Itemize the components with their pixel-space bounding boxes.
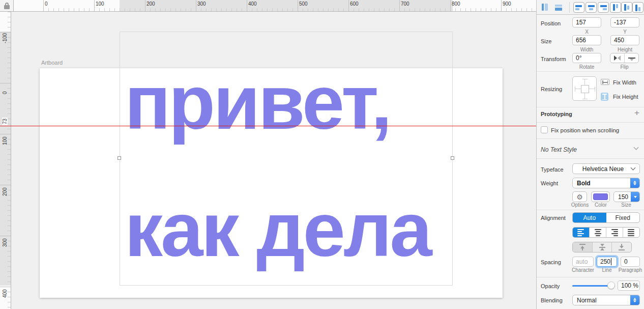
size-height-field[interactable]: 450 bbox=[610, 35, 639, 45]
spacing-label: Spacing bbox=[541, 259, 561, 265]
selection-bounding-box bbox=[120, 32, 453, 286]
fix-position-checkbox[interactable] bbox=[541, 126, 548, 133]
chevron-down-icon bbox=[631, 165, 636, 171]
size-sublabel: Size bbox=[614, 202, 638, 208]
chevron-down-icon[interactable] bbox=[634, 145, 639, 150]
resizing-pin-widget[interactable] bbox=[572, 76, 597, 101]
ruler-label: -100 bbox=[2, 33, 8, 43]
x-sublabel: X bbox=[572, 29, 601, 35]
resize-handle-left[interactable] bbox=[118, 156, 121, 160]
paragraph-spacing-field[interactable]: 0 bbox=[621, 257, 640, 267]
text-style-value[interactable]: No Text Style bbox=[541, 146, 577, 153]
blending-dropdown[interactable]: Normal bbox=[572, 295, 640, 305]
align-top-button[interactable] bbox=[610, 2, 621, 13]
align-left-button[interactable] bbox=[573, 2, 584, 13]
text-align-justify-button[interactable] bbox=[623, 228, 639, 237]
flip-vertical-button[interactable] bbox=[625, 53, 638, 63]
align-right-button[interactable] bbox=[598, 2, 609, 13]
text-options-button[interactable]: ⚙ bbox=[572, 191, 587, 202]
fix-width-icon[interactable] bbox=[601, 79, 609, 85]
lock-icon bbox=[4, 3, 10, 9]
vertical-align-top-button[interactable] bbox=[573, 242, 593, 252]
color-sublabel: Color bbox=[589, 202, 612, 208]
ruler-label: 700 bbox=[401, 1, 409, 7]
ruler-corner[interactable] bbox=[0, 0, 14, 12]
alignment-fixed-button[interactable]: Fixed bbox=[606, 213, 640, 222]
text-caret bbox=[611, 258, 611, 265]
line-spacing-field[interactable]: 250 bbox=[597, 257, 617, 267]
text-color-swatch[interactable] bbox=[591, 191, 610, 202]
alignment-label: Alignment bbox=[541, 215, 566, 221]
distribute-horizontally-icon[interactable] bbox=[542, 4, 548, 11]
opacity-value-field[interactable]: 100 % bbox=[618, 280, 640, 291]
font-size-combo[interactable]: 150 bbox=[613, 191, 640, 202]
ruler-label: 200 bbox=[2, 187, 8, 196]
flip-sublabel: Flip bbox=[610, 64, 639, 70]
distribute-vertically-icon[interactable] bbox=[555, 5, 562, 11]
typeface-dropdown[interactable]: Helvetica Neue bbox=[572, 163, 640, 174]
width-sublabel: Width bbox=[572, 47, 601, 52]
color-fill bbox=[593, 193, 608, 200]
line-sublabel: Line bbox=[597, 267, 617, 273]
ruler-label: 500 bbox=[299, 1, 308, 7]
size-width-field[interactable]: 656 bbox=[572, 35, 601, 45]
text-align-right-button[interactable] bbox=[606, 228, 623, 237]
stepper-icon bbox=[630, 178, 639, 188]
fix-width-label[interactable]: Fix Width bbox=[613, 79, 636, 86]
inspector-panel: Position 157 -137 X Y Size 656 450 Width… bbox=[536, 0, 644, 309]
rotate-field[interactable]: 0° bbox=[572, 53, 601, 63]
position-x-field[interactable]: 157 bbox=[572, 17, 601, 27]
typeface-label: Typeface bbox=[541, 166, 564, 173]
flip-control bbox=[610, 53, 639, 63]
size-label: Size bbox=[541, 38, 551, 44]
transform-label: Transform bbox=[541, 56, 566, 62]
text-align-center-button[interactable] bbox=[590, 228, 606, 237]
ruler-label: 300 bbox=[197, 1, 206, 7]
text-align-segmented bbox=[572, 227, 640, 238]
resizing-label: Resizing bbox=[541, 86, 562, 92]
prototyping-header: Prototyping bbox=[541, 111, 572, 117]
vertical-ruler[interactable]: -100 0 100 200 300 400 bbox=[0, 12, 11, 309]
character-spacing-field[interactable]: auto bbox=[572, 257, 594, 267]
artboard-label[interactable]: Artboard bbox=[41, 60, 63, 66]
ruler-label: 400 bbox=[2, 289, 8, 298]
options-sublabel: Options bbox=[568, 202, 592, 208]
ruler-ticks-vertical bbox=[0, 12, 11, 309]
ruler-label: 0 bbox=[2, 91, 8, 94]
inspector-toolbar bbox=[537, 0, 644, 15]
opacity-slider-knob[interactable] bbox=[607, 282, 615, 289]
add-prototyping-button[interactable]: + bbox=[634, 108, 639, 118]
ruler-label: 400 bbox=[248, 1, 257, 7]
character-sublabel: Character bbox=[569, 267, 597, 273]
fix-position-label[interactable]: Fix position when scrolling bbox=[551, 127, 619, 133]
rotate-sublabel: Rotate bbox=[572, 64, 601, 70]
ruler-label: 200 bbox=[147, 1, 155, 7]
vertical-align-middle-button[interactable] bbox=[593, 242, 612, 252]
position-label: Position bbox=[541, 20, 561, 26]
fix-height-icon[interactable] bbox=[601, 93, 608, 101]
paragraph-sublabel: Paragraph bbox=[616, 267, 644, 273]
text-align-left-button[interactable] bbox=[573, 228, 590, 237]
alignment-auto-button[interactable]: Auto bbox=[573, 213, 606, 222]
ruler-guide-line[interactable] bbox=[0, 126, 536, 126]
gear-icon: ⚙ bbox=[576, 193, 583, 201]
align-horizontal-center-button[interactable] bbox=[586, 2, 597, 13]
resize-handle-right[interactable] bbox=[451, 156, 454, 160]
horizontal-ruler[interactable]: 0 100 200 300 400 500 600 700 800 900 bbox=[14, 0, 536, 12]
vertical-align-bottom-button[interactable] bbox=[612, 242, 631, 252]
guide-position-badge: 73 bbox=[2, 118, 8, 125]
ruler-label: 100 bbox=[96, 1, 104, 7]
stepper-icon bbox=[630, 295, 639, 305]
ruler-label: 0 bbox=[45, 1, 48, 7]
position-y-field[interactable]: -137 bbox=[610, 17, 639, 27]
y-sublabel: Y bbox=[610, 29, 639, 35]
align-vertical-middle-button[interactable] bbox=[621, 2, 632, 13]
weight-dropdown[interactable]: Bold bbox=[572, 178, 640, 188]
align-bottom-button[interactable] bbox=[632, 2, 643, 13]
fix-height-label[interactable]: Fix Height bbox=[613, 94, 638, 100]
toolbar-separator bbox=[569, 2, 570, 13]
height-sublabel: Height bbox=[610, 47, 639, 52]
flip-horizontal-button[interactable] bbox=[610, 53, 625, 63]
canvas[interactable]: Artboard привет, как дела 0 100 200 300 … bbox=[0, 0, 536, 309]
vertical-align-segmented bbox=[572, 242, 632, 252]
